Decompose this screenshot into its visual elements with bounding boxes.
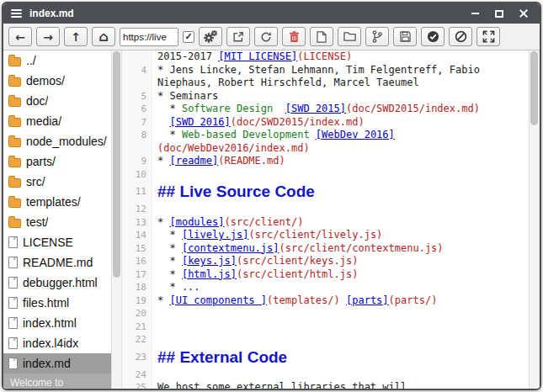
sidebar-item-test[interactable]: test/: [3, 212, 111, 232]
sidebar-item-index-html[interactable]: index.html: [3, 313, 111, 333]
titlebar: index.md: [3, 3, 540, 24]
md-link[interactable]: [modules]: [169, 216, 224, 228]
sidebar-item-readme-md[interactable]: README.md: [3, 252, 111, 273]
code-text: * Jens Lincke, Stefan Lehmann, Tim Felge…: [157, 64, 480, 76]
minimize-button[interactable]: [466, 6, 483, 21]
editor-line[interactable]: 21: [122, 320, 529, 334]
back-button[interactable]: ←: [8, 27, 32, 46]
maximize-button[interactable]: [491, 6, 508, 21]
line-number: 21: [122, 320, 152, 334]
sidebar-item-parent-directory[interactable]: ../: [3, 50, 111, 71]
code-text: *: [157, 294, 169, 306]
cancel-button[interactable]: [449, 27, 472, 46]
md-link[interactable]: [readme]: [169, 155, 218, 167]
sidebar-item-media[interactable]: media/: [3, 111, 111, 131]
sidebar-item-demos[interactable]: demos/: [3, 71, 111, 91]
editor-line[interactable]: 7 [SWD 2016](doc/SWD2015/index.md): [122, 116, 529, 130]
editor-line[interactable]: 22: [122, 333, 529, 347]
open-external-button[interactable]: [226, 27, 250, 46]
editor-lines[interactable]: 2015-2017 [MIT LICENSE](LICENSE)4* Jens …: [122, 50, 529, 389]
folder-icon: [8, 118, 21, 127]
editor-line[interactable]: 15 * [contextmenu.js](src/client/context…: [122, 242, 529, 256]
delete-button[interactable]: [282, 27, 306, 46]
line-content: 2015-2017 [MIT LICENSE](LICENSE): [152, 50, 352, 64]
editor-line[interactable]: 14 * [lively.js](src/client/lively.js): [122, 229, 529, 242]
folder-button[interactable]: [338, 27, 361, 46]
editor-line[interactable]: Niephaus, Robert Hirschfeld, Marcel Taeu…: [122, 77, 529, 90]
url-input[interactable]: [120, 28, 178, 46]
md-link[interactable]: [contextmenu.js]: [182, 242, 279, 254]
editor-line[interactable]: 18 * ...: [122, 281, 529, 294]
editor-line[interactable]: 11## Live Source Code: [122, 181, 529, 203]
editor-line[interactable]: 8 * Web-based Development [WebDev 2016]: [122, 129, 529, 142]
editor-line[interactable]: 20: [122, 307, 529, 320]
editor-line[interactable]: 23## External Code: [122, 347, 529, 368]
editor-line[interactable]: (doc/WebDev2016/index.md): [122, 142, 529, 156]
sidebar-item-src[interactable]: src/: [3, 172, 111, 192]
editor[interactable]: 2015-2017 [MIT LICENSE](LICENSE)4* Jens …: [122, 50, 529, 389]
git-branch-button[interactable]: [365, 27, 389, 46]
menu-icon[interactable]: [11, 9, 22, 18]
editor-line[interactable]: 5* Seminars: [122, 90, 529, 103]
sidebar-item-node-modules[interactable]: node_modules/: [3, 131, 111, 151]
md-link[interactable]: [UI components ]: [169, 294, 267, 306]
editor-line[interactable]: 16 * [keys.js](src/client/keys.js): [122, 255, 529, 268]
editor-scrollbar-thumb[interactable]: [530, 51, 538, 125]
editor-scrollbar[interactable]: [529, 50, 540, 389]
line-content: * Seminars: [152, 90, 218, 103]
settings-button[interactable]: [199, 27, 222, 46]
sidebar-item-doc[interactable]: doc/: [3, 91, 111, 111]
editor-line[interactable]: 9* [readme](README.md): [122, 155, 529, 168]
md-link[interactable]: [lively.js]: [182, 229, 248, 241]
sidebar-item-debugger-html[interactable]: debugger.html: [3, 273, 111, 293]
home-button[interactable]: ⌂: [92, 27, 115, 46]
line-content: * [contextmenu.js](src/client/contextmen…: [152, 242, 444, 256]
md-link[interactable]: [SWD 2015]: [285, 103, 346, 114]
sidebar-file-list: ../demos/doc/media/node_modules/parts/sr…: [3, 50, 111, 373]
editor-line[interactable]: 10: [122, 168, 529, 182]
url-checkbox[interactable]: [183, 31, 194, 43]
editor-line[interactable]: 17 * [html.js](src/client/html.js): [122, 268, 529, 282]
sidebar-item-index-l4idx[interactable]: index.l4idx: [3, 333, 111, 353]
editor-line[interactable]: 19* [UI components ](templates/) [parts]…: [122, 294, 529, 308]
close-button[interactable]: [515, 6, 532, 21]
save-button[interactable]: [393, 27, 417, 46]
editor-line[interactable]: 24: [122, 368, 529, 382]
up-button[interactable]: ↑: [64, 27, 88, 46]
editor-line[interactable]: 6 * Software Design [SWD 2015](doc/SWD20…: [122, 103, 529, 116]
forward-button[interactable]: →: [36, 27, 60, 46]
sidebar-scrollbar-thumb[interactable]: [113, 51, 120, 278]
line-number: 25: [122, 381, 152, 389]
refresh-button[interactable]: [254, 27, 278, 46]
file-icon: [8, 277, 18, 289]
editor-line[interactable]: 25We host some external libraries that w…: [122, 381, 529, 389]
md-url: (src/client/lively.js): [248, 229, 382, 241]
accept-button[interactable]: [421, 27, 445, 46]
md-link[interactable]: [keys.js]: [182, 255, 237, 267]
file-name: index.html: [23, 316, 77, 330]
md-link[interactable]: [parts]: [346, 294, 389, 306]
fullscreen-button[interactable]: [476, 27, 500, 46]
line-content: * [html.js](src/client/html.js): [152, 268, 358, 282]
editor-line[interactable]: 12: [122, 203, 529, 216]
editor-line[interactable]: 2015-2017 [MIT LICENSE](LICENSE): [122, 50, 529, 64]
file-icon: [8, 317, 18, 329]
sidebar-item-index-md[interactable]: index.md: [3, 353, 111, 373]
line-number: 11: [122, 181, 152, 203]
line-number: 4: [122, 64, 152, 77]
editor-line[interactable]: 13* [modules](src/client/): [122, 216, 529, 230]
editor-line[interactable]: 4* Jens Lincke, Stefan Lehmann, Tim Felg…: [122, 64, 529, 77]
md-link[interactable]: [html.js]: [182, 268, 237, 280]
sidebar-item-parts[interactable]: parts/: [3, 151, 111, 172]
sidebar-item-templates[interactable]: templates/: [3, 192, 111, 212]
file-name: README.md: [23, 256, 93, 269]
new-file-button[interactable]: [310, 27, 333, 46]
sidebar-scrollbar[interactable]: [111, 50, 122, 389]
md-link[interactable]: [MIT LICENSE]: [218, 50, 297, 62]
md-link[interactable]: [WebDev 2016]: [316, 129, 395, 140]
code-text: *: [157, 103, 182, 114]
sidebar-item-files-html[interactable]: files.html: [3, 293, 111, 313]
file-icon: [8, 337, 18, 349]
sidebar-item-license[interactable]: LICENSE: [3, 232, 111, 252]
md-link[interactable]: [SWD 2016]: [169, 116, 230, 128]
